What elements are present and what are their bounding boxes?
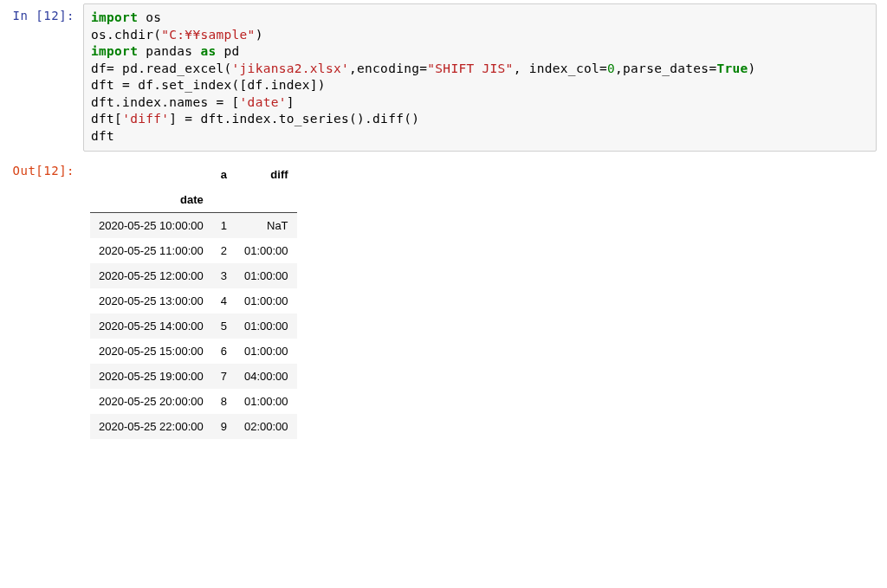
dataframe-column-header: diff [236, 162, 297, 187]
dataframe-blank-header [90, 162, 212, 187]
dataframe-index-name-row: date [90, 187, 297, 213]
dataframe-cell: 02:00:00 [236, 414, 297, 439]
code-token: 'date' [240, 95, 287, 109]
table-row: 2020-05-25 19:00:00704:00:00 [90, 364, 297, 389]
code-token: dft [91, 129, 114, 143]
output-prompt: Out[12]: [5, 158, 83, 183]
table-row: 2020-05-25 22:00:00902:00:00 [90, 414, 297, 439]
code-token: import [91, 44, 138, 58]
dataframe-index-cell: 2020-05-25 11:00:00 [90, 238, 212, 263]
code-token: ,parse_dates= [615, 61, 716, 75]
code-token: as [200, 44, 216, 58]
code-token: "C:¥¥sample" [161, 28, 255, 42]
dataframe-index-name: date [90, 187, 212, 213]
dataframe-index-cell: 2020-05-25 10:00:00 [90, 212, 212, 238]
dataframe-header-row: a diff [90, 162, 297, 187]
code-token: dft = df.set_index([df.index]) [91, 78, 326, 92]
dataframe-index-cell: 2020-05-25 19:00:00 [90, 364, 212, 389]
dataframe-column-header: a [212, 162, 236, 187]
dataframe-cell: 5 [212, 313, 236, 339]
code-token: pandas [138, 44, 200, 58]
table-row: 2020-05-25 14:00:00501:00:00 [90, 313, 297, 339]
table-row: 2020-05-25 15:00:00601:00:00 [90, 339, 297, 364]
code-token: ) [748, 61, 756, 75]
dataframe-cell: 4 [212, 288, 236, 313]
dataframe-cell: 01:00:00 [236, 238, 297, 263]
code-token: dft.index.names = [ [91, 95, 240, 109]
table-row: 2020-05-25 13:00:00401:00:00 [90, 288, 297, 313]
dataframe-index-cell: 2020-05-25 20:00:00 [90, 389, 212, 414]
dataframe-cell: 6 [212, 339, 236, 364]
output-area: a diff date 2020-05-25 10:00:001NaT2020-… [83, 158, 882, 443]
dataframe-cell: 04:00:00 [236, 364, 297, 389]
dataframe-table: a diff date 2020-05-25 10:00:001NaT2020-… [90, 162, 297, 439]
dataframe-cell: 01:00:00 [236, 288, 297, 313]
code-token: 0 [607, 61, 615, 75]
code-token: ] [287, 95, 295, 109]
output-cell: Out[12]: a diff date 2020-05-25 10:00:00… [0, 155, 887, 446]
dataframe-index-cell: 2020-05-25 12:00:00 [90, 263, 212, 288]
dataframe-index-cell: 2020-05-25 13:00:00 [90, 288, 212, 313]
code-token: 'jikansa2.xlsx' [232, 61, 349, 75]
table-row: 2020-05-25 10:00:001NaT [90, 212, 297, 238]
code-token: df= pd.read_excel( [91, 61, 232, 75]
table-row: 2020-05-25 12:00:00301:00:00 [90, 263, 297, 288]
dataframe-cell: 01:00:00 [236, 339, 297, 364]
input-prompt: In [12]: [5, 3, 83, 28]
dataframe-cell: 3 [212, 263, 236, 288]
dataframe-cell: 2 [212, 238, 236, 263]
code-token: dft[ [91, 112, 122, 126]
dataframe-cell: 9 [212, 414, 236, 439]
table-row: 2020-05-25 20:00:00801:00:00 [90, 389, 297, 414]
dataframe-cell: 1 [212, 212, 236, 238]
input-cell: In [12]: import os os.chdir("C:¥¥sample"… [0, 0, 887, 155]
code-token: , index_col= [514, 61, 607, 75]
code-token: True [716, 61, 748, 75]
code-token: "SHIFT JIS" [427, 61, 513, 75]
code-token: 'diff' [122, 112, 169, 126]
dataframe-cell: 8 [212, 389, 236, 414]
dataframe-cell: 7 [212, 364, 236, 389]
dataframe-cell: NaT [236, 212, 297, 238]
code-token: pd [217, 44, 240, 58]
code-token: os [138, 10, 161, 24]
dataframe-cell: 01:00:00 [236, 313, 297, 339]
code-token: os.chdir( [91, 28, 161, 42]
table-row: 2020-05-25 11:00:00201:00:00 [90, 238, 297, 263]
dataframe-index-cell: 2020-05-25 15:00:00 [90, 339, 212, 364]
code-token: ,encoding= [349, 61, 427, 75]
dataframe-cell: 01:00:00 [236, 263, 297, 288]
code-token: ] = dft.index.to_series().diff() [169, 112, 419, 126]
code-input[interactable]: import os os.chdir("C:¥¥sample") import … [83, 3, 877, 152]
dataframe-index-cell: 2020-05-25 14:00:00 [90, 313, 212, 339]
dataframe-cell: 01:00:00 [236, 389, 297, 414]
dataframe-index-cell: 2020-05-25 22:00:00 [90, 414, 212, 439]
code-token: ) [256, 28, 263, 42]
dataframe-blank-cell [236, 187, 297, 213]
code-token: import [91, 10, 138, 24]
dataframe-blank-cell [212, 187, 236, 213]
